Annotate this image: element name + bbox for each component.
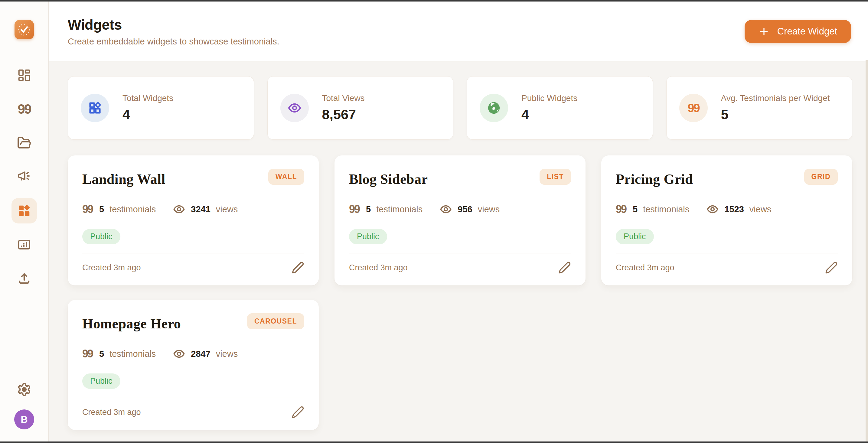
sidebar-item-testimonials[interactable]: 99: [11, 96, 37, 122]
sidebar-item-analytics[interactable]: [11, 232, 37, 257]
sidebar: 99: [0, 1, 49, 442]
widget-type-badge: GRID: [804, 169, 838, 185]
testimonials-label: testimonials: [110, 204, 156, 214]
testimonials-count: 5: [99, 349, 104, 359]
page-title: Widgets: [68, 16, 279, 33]
stat-icon-circle: [81, 94, 109, 122]
top-chrome-bar: [0, 0, 868, 1]
stat-label: Avg. Testimonials per Widget: [721, 93, 830, 103]
edit-widget-button[interactable]: [558, 261, 571, 274]
check-stamp-logo-icon: [17, 23, 31, 37]
stat-icon-circle: 99: [679, 94, 708, 122]
stat-label: Public Widgets: [521, 93, 577, 103]
edit-widget-button[interactable]: [291, 406, 304, 418]
widget-stats: 99 5 testimonials 956 views: [349, 203, 571, 216]
vertical-scrollbar[interactable]: [866, 60, 868, 443]
pencil-icon: [558, 261, 571, 274]
widget-card-blog-sidebar[interactable]: Blog Sidebar LIST 99 5 testimonials 956 …: [335, 155, 586, 285]
quote-icon: 99: [18, 102, 31, 116]
views-count: 956: [458, 204, 472, 214]
sidebar-item-campaigns[interactable]: [11, 164, 37, 190]
card-head: Homepage Hero CAROUSEL: [82, 313, 304, 332]
widget-title: Homepage Hero: [82, 316, 181, 332]
eye-icon: [173, 203, 185, 216]
edit-widget-button[interactable]: [825, 261, 838, 274]
sidebar-item-widgets[interactable]: [11, 198, 37, 223]
globe-icon: [487, 101, 501, 115]
widget-card-homepage-hero[interactable]: Homepage Hero CAROUSEL 99 5 testimonials…: [68, 300, 319, 430]
visibility-badge: Public: [616, 229, 654, 244]
testimonials-label: testimonials: [376, 204, 423, 214]
sidebar-item-settings[interactable]: [11, 377, 37, 402]
sidebar-item-collections[interactable]: [11, 130, 37, 156]
stats-row: Total Widgets 4 Total Views 8,567: [68, 76, 852, 140]
testimonials-count: 5: [633, 204, 638, 214]
widget-card-landing-wall[interactable]: Landing Wall WALL 99 5 testimonials 3241…: [68, 155, 319, 285]
page-header-text: Widgets Create embeddable widgets to sho…: [68, 16, 279, 46]
testimonials-label: testimonials: [110, 349, 156, 359]
plus-icon: [758, 26, 769, 37]
pencil-icon: [291, 261, 304, 274]
views-count: 2847: [191, 349, 211, 359]
create-widget-button[interactable]: Create Widget: [745, 20, 851, 43]
stat-card-public-widgets: Public Widgets 4: [467, 76, 653, 140]
stat-text: Total Views 8,567: [322, 93, 365, 123]
widget-title: Blog Sidebar: [349, 171, 428, 187]
quote-icon: 99: [687, 102, 699, 114]
sidebar-nav: 99: [11, 63, 37, 291]
widget-stats: 99 5 testimonials 1523 views: [616, 203, 838, 216]
views-label: views: [216, 349, 238, 359]
widget-type-badge: CAROUSEL: [247, 313, 304, 329]
visibility-badge: Public: [349, 229, 387, 244]
main-area: Widgets Create embeddable widgets to sho…: [49, 1, 868, 442]
eye-icon: [287, 101, 302, 115]
user-avatar[interactable]: B: [14, 409, 34, 430]
stat-text: Avg. Testimonials per Widget 5: [721, 93, 830, 123]
widget-stats: 99 5 testimonials 3241 views: [82, 203, 304, 216]
page-header: Widgets Create embeddable widgets to sho…: [49, 1, 868, 61]
card-footer: Created 3m ago: [82, 253, 304, 274]
edit-widget-button[interactable]: [291, 261, 304, 274]
bottom-chrome-bar: [0, 442, 868, 443]
card-head: Landing Wall WALL: [82, 169, 304, 187]
page-subtitle: Create embeddable widgets to showcase te…: [68, 37, 279, 46]
stat-value: 5: [721, 107, 830, 123]
pencil-icon: [291, 406, 304, 418]
created-text: Created 3m ago: [82, 408, 141, 417]
sidebar-item-dashboard[interactable]: [11, 63, 37, 88]
stat-value: 4: [521, 107, 577, 123]
stat-label: Total Widgets: [123, 93, 173, 103]
widgets-grid: Landing Wall WALL 99 5 testimonials 3241…: [68, 155, 852, 430]
avatar-initial: B: [21, 414, 28, 425]
quote-icon: 99: [616, 204, 626, 215]
created-text: Created 3m ago: [82, 263, 141, 273]
sidebar-item-export[interactable]: [11, 266, 37, 291]
visibility-badge: Public: [82, 229, 120, 244]
widget-title: Pricing Grid: [616, 171, 693, 187]
testimonials-count: 5: [366, 204, 371, 214]
quote-icon: 99: [82, 348, 93, 359]
views-label: views: [749, 204, 772, 214]
folder-open-icon: [17, 136, 31, 150]
megaphone-icon: [17, 170, 31, 184]
widget-card-pricing-grid[interactable]: Pricing Grid GRID 99 5 testimonials 1523…: [601, 155, 852, 285]
app-logo[interactable]: [14, 20, 34, 39]
widgets-icon: [17, 204, 31, 218]
views-label: views: [216, 204, 238, 214]
pencil-icon: [825, 261, 838, 274]
views-count: 3241: [191, 204, 211, 214]
upload-icon: [17, 271, 31, 286]
stat-text: Public Widgets 4: [521, 93, 577, 123]
create-widget-label: Create Widget: [777, 26, 837, 37]
content-area: Total Widgets 4 Total Views 8,567: [49, 62, 868, 442]
widget-title: Landing Wall: [82, 171, 165, 187]
layout-dashboard-icon: [17, 68, 31, 82]
card-head: Pricing Grid GRID: [616, 169, 838, 187]
card-footer: Created 3m ago: [616, 253, 838, 274]
gear-icon: [17, 382, 31, 397]
card-head: Blog Sidebar LIST: [349, 169, 571, 187]
testimonials-label: testimonials: [643, 204, 689, 214]
stat-label: Total Views: [322, 93, 365, 103]
stat-card-total-views: Total Views 8,567: [267, 76, 454, 140]
stat-value: 4: [123, 107, 173, 123]
